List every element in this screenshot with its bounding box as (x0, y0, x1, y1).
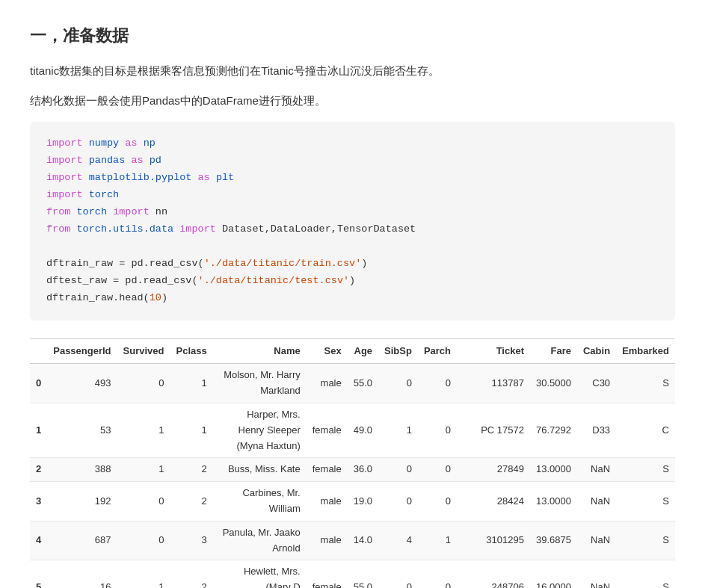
col-header-fare: Fare (530, 338, 577, 364)
table-cell: 0 (418, 482, 457, 522)
paragraph-2: 结构化数据一般会使用Pandas中的DataFrame进行预处理。 (30, 92, 675, 110)
table-cell: 28424 (457, 482, 530, 522)
table-cell: C (616, 403, 675, 457)
table-cell: 2 (170, 560, 212, 588)
col-header-embarked: Embarked (616, 338, 675, 364)
table-cell: female (307, 403, 348, 457)
dataframe-table: PassengerId Survived Pclass Name Sex Age… (30, 338, 675, 588)
col-header-passengerid: PassengerId (47, 338, 117, 364)
table-cell: Hewlett, Mrs. (Mary D Kingcome) (213, 560, 307, 588)
table-cell: 192 (47, 482, 117, 522)
dataframe-table-wrap: PassengerId Survived Pclass Name Sex Age… (30, 338, 675, 588)
table-cell: 30.5000 (530, 364, 577, 403)
table-cell: 27849 (457, 458, 530, 482)
table-cell: 13.0000 (530, 458, 577, 482)
table-cell: NaN (577, 560, 616, 588)
table-cell: 0 (418, 560, 457, 588)
col-header-name: Name (213, 338, 307, 364)
table-cell: 0 (418, 458, 457, 482)
table-cell: 5 (30, 560, 47, 588)
table-cell: 1 (30, 403, 47, 457)
table-cell: 53 (47, 403, 117, 457)
table-row: 468703Panula, Mr. Jaako Arnoldmale14.041… (30, 521, 675, 560)
code-line-3: import matplotlib.pyplot as plt (46, 170, 659, 187)
table-row: 51612Hewlett, Mrs. (Mary D Kingcome)fema… (30, 560, 675, 588)
table-cell: female (307, 560, 348, 588)
table-cell: 0 (378, 458, 418, 482)
table-cell: 388 (47, 458, 117, 482)
code-line-5: from torch import nn (46, 204, 659, 221)
table-cell: NaN (577, 521, 616, 560)
table-cell: 1 (117, 560, 170, 588)
table-cell: S (616, 458, 675, 482)
table-cell: 0 (418, 403, 457, 457)
table-cell: D33 (577, 403, 616, 457)
col-header-ticket: Ticket (457, 338, 530, 364)
table-cell: S (616, 521, 675, 560)
table-cell: 248706 (457, 560, 530, 588)
table-cell: S (616, 560, 675, 588)
table-cell: 76.7292 (530, 403, 577, 457)
table-row: 238812Buss, Miss. Katefemale36.000278491… (30, 458, 675, 482)
table-cell: 36.0 (348, 458, 378, 482)
table-cell: 16 (47, 560, 117, 588)
table-cell: 0 (418, 364, 457, 403)
table-cell: 16.0000 (530, 560, 577, 588)
table-cell: Molson, Mr. Harry Markland (213, 364, 307, 403)
table-cell: PC 17572 (457, 403, 530, 457)
table-cell: Carbines, Mr. William (213, 482, 307, 522)
table-cell: Buss, Miss. Kate (213, 458, 307, 482)
table-cell: 39.6875 (530, 521, 577, 560)
table-cell: 3 (30, 482, 47, 522)
col-header-sibsp: SibSp (378, 338, 418, 364)
table-cell: 0 (378, 482, 418, 522)
section-heading: 一，准备数据 (30, 22, 675, 49)
table-cell: S (616, 482, 675, 522)
table-cell: male (307, 364, 348, 403)
table-cell: 0 (30, 364, 47, 403)
table-cell: C30 (577, 364, 616, 403)
table-cell: NaN (577, 458, 616, 482)
paragraph-1: titanic数据集的目标是根据乘客信息预测他们在Titanic号撞击冰山沉没后… (30, 62, 675, 80)
col-header-survived: Survived (117, 338, 170, 364)
table-cell: 1 (378, 403, 418, 457)
col-header-parch: Parch (418, 338, 457, 364)
table-cell: 55.0 (348, 560, 378, 588)
table-cell: 1 (117, 403, 170, 457)
table-cell: 0 (117, 364, 170, 403)
table-cell: 1 (170, 364, 212, 403)
table-cell: 0 (378, 560, 418, 588)
table-body: 049301Molson, Mr. Harry Marklandmale55.0… (30, 364, 675, 588)
col-header-index (30, 338, 47, 364)
table-cell: S (616, 364, 675, 403)
table-cell: 493 (47, 364, 117, 403)
table-cell: 1 (117, 458, 170, 482)
table-cell: 2 (30, 458, 47, 482)
table-cell: male (307, 482, 348, 522)
table-cell: 14.0 (348, 521, 378, 560)
table-cell: 1 (170, 403, 212, 457)
table-cell: 687 (47, 521, 117, 560)
table-cell: 0 (117, 521, 170, 560)
code-block: import numpy as np import pandas as pd i… (30, 122, 675, 320)
table-cell: 2 (170, 458, 212, 482)
code-line-9: dftrain_raw.head(10) (46, 290, 659, 307)
table-cell: 3101295 (457, 521, 530, 560)
table-cell: Panula, Mr. Jaako Arnold (213, 521, 307, 560)
table-cell: Harper, Mrs. Henry Sleeper (Myna Haxtun) (213, 403, 307, 457)
code-line-1: import numpy as np (46, 135, 659, 152)
table-cell: 4 (30, 521, 47, 560)
table-cell: 4 (378, 521, 418, 560)
table-cell: male (307, 521, 348, 560)
code-line-2: import pandas as pd (46, 152, 659, 170)
table-row: 319202Carbines, Mr. Williammale19.000284… (30, 482, 675, 522)
col-header-cabin: Cabin (577, 338, 616, 364)
table-cell: 0 (378, 364, 418, 403)
table-cell: 13.0000 (530, 482, 577, 522)
table-cell: 113787 (457, 364, 530, 403)
table-cell: 0 (117, 482, 170, 522)
table-row: 049301Molson, Mr. Harry Marklandmale55.0… (30, 364, 675, 403)
table-row: 15311Harper, Mrs. Henry Sleeper (Myna Ha… (30, 403, 675, 457)
col-header-age: Age (348, 338, 378, 364)
code-line-8: dftest_raw = pd.read_csv('./data/titanic… (46, 273, 659, 290)
